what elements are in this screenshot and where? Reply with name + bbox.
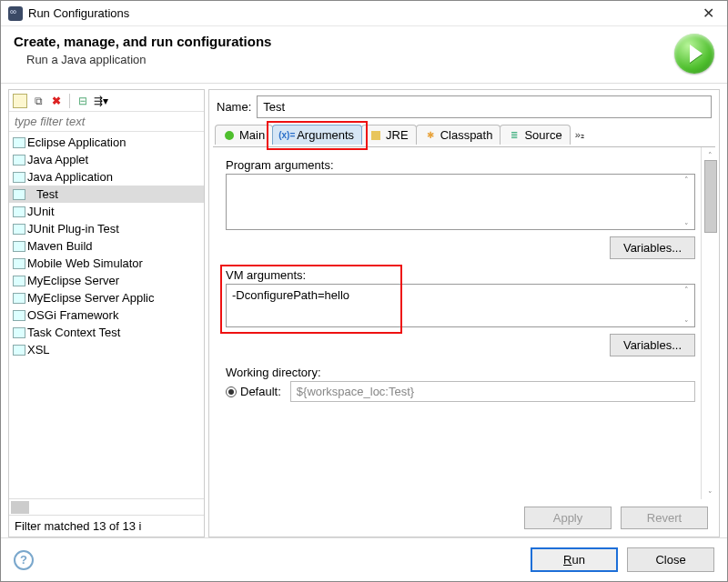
tree-item[interactable]: OSGi Framework [9,306,204,324]
tree-item[interactable]: Mobile Web Simulator [9,255,204,272]
tab-arguments[interactable]: (x)=Arguments [272,125,362,145]
classpath-icon: ✱ [424,129,437,142]
footer: ? Run Close [1,537,727,581]
run-configurations-dialog: Run Configurations ✕ Create, manage, and… [0,0,728,582]
tree-item[interactable]: JUnit Plug-in Test [9,220,204,237]
run-play-icon [674,34,714,74]
run-button-label-rest: un [571,553,584,567]
tree-item[interactable]: MyEclipse Server [9,272,204,289]
apply-button[interactable]: Apply [524,507,612,529]
revert-button[interactable]: Revert [621,507,708,529]
tab-label: Source [524,128,561,142]
name-input[interactable] [257,95,712,118]
tree-item[interactable]: Task Context Test [9,324,204,341]
header-title: Create, manage, and run configurations [14,34,674,49]
tree-item[interactable]: Eclipse Application [9,134,204,151]
filter-input[interactable] [9,112,204,132]
radio-dot-icon [226,386,237,397]
tree-item[interactable]: XSL [9,341,204,358]
toolbar-divider [69,94,70,108]
header: Create, manage, and run configurations R… [1,26,727,84]
default-radio[interactable]: Default: [226,385,281,398]
tree-item[interactable]: Maven Build [9,237,204,255]
vm-arguments-input[interactable]: -DconfigurePath=hello [226,284,695,327]
duplicate-icon[interactable]: ⧉ [31,94,46,108]
left-toolbar: ⧉ ✖ ⊟ ⇶▾ [9,90,204,112]
tree-item[interactable]: Test [9,186,204,203]
tree-hscrollbar[interactable] [9,498,204,515]
collapse-all-icon[interactable]: ⊟ [76,94,90,108]
tree-item[interactable]: Java Application [9,168,204,186]
filter-menu-icon[interactable]: ⇶▾ [94,94,108,108]
tab-label: Main [239,128,265,142]
tree-item[interactable]: JUnit [9,203,204,220]
right-column: Name: Main(x)=ArgumentsJRE✱Classpath≣Sou… [208,89,720,537]
vm-variables-button[interactable]: Variables... [610,334,695,356]
program-variables-button[interactable]: Variables... [610,236,695,259]
textarea-spinner[interactable]: ˄˅ [679,176,693,231]
default-workdir-value: ${workspace_loc:Test} [290,381,695,402]
run-main-icon [223,129,236,142]
left-column: ⧉ ✖ ⊟ ⇶▾ Eclipse ApplicationJava AppletJ… [8,89,205,537]
tab-source[interactable]: ≣Source [500,125,570,145]
program-arguments-label: Program arguments: [226,158,695,172]
tab-jre[interactable]: JRE [361,125,417,145]
config-tree[interactable]: Eclipse ApplicationJava AppletJava Appli… [9,132,204,498]
tab-classpath[interactable]: ✱Classpath [416,125,501,145]
new-config-icon[interactable] [13,94,27,108]
close-icon[interactable]: ✕ [697,5,720,22]
window-title: Run Configurations [28,6,697,20]
tab-main[interactable]: Main [215,125,273,145]
tree-item[interactable]: MyEclipse Server Applic [9,289,204,306]
delete-icon[interactable]: ✖ [49,94,64,108]
close-button[interactable]: Close [627,547,714,572]
textarea-spinner[interactable]: ˄˅ [679,286,693,328]
tab-label: Arguments [297,128,354,142]
arguments-icon: (x)= [280,129,293,142]
content-vscrollbar[interactable]: ˄ ˅ [701,147,719,499]
jre-icon [369,129,382,142]
default-radio-label: Default: [240,385,281,398]
source-icon: ≣ [508,129,521,142]
titlebar: Run Configurations ✕ [1,1,727,26]
app-icon [8,6,23,21]
program-arguments-input[interactable] [226,174,695,230]
working-directory-label: Working directory: [226,366,695,379]
tab-label: JRE [386,128,409,142]
name-label: Name: [217,100,251,114]
tree-item[interactable]: Java Applet [9,151,204,168]
tab-bar: Main(x)=ArgumentsJRE✱Classpath≣Source»₂ [209,122,719,147]
vm-arguments-label: VM arguments: [226,268,695,282]
header-subtitle: Run a Java application [26,53,674,66]
run-button[interactable]: Run [531,547,618,572]
arguments-pane: Program arguments: ˄˅ Variables... VM ar… [209,147,701,499]
help-icon[interactable]: ? [14,550,34,570]
filter-status: Filter matched 13 of 13 i [9,515,204,537]
tab-label: Classpath [440,128,493,142]
tabs-overflow-icon[interactable]: »₂ [575,129,584,141]
